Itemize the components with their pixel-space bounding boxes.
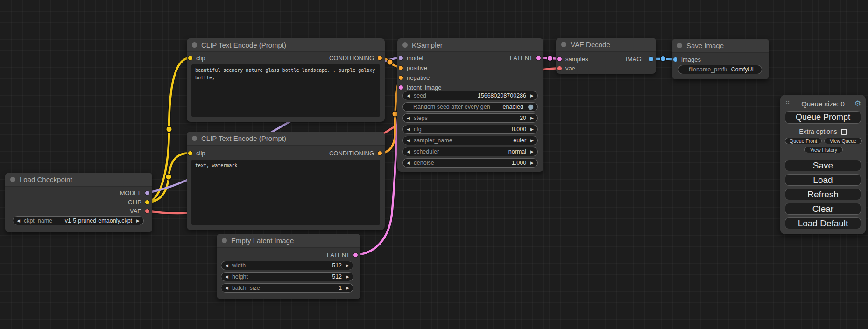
increment-arrow-icon[interactable]: ▶	[346, 286, 349, 290]
extra-options-checkbox[interactable]	[841, 129, 847, 135]
width-widget[interactable]: ◀ width 512 ▶	[221, 261, 353, 270]
clip-port-icon[interactable]	[188, 151, 193, 156]
vae-port-icon[interactable]	[557, 66, 562, 71]
increment-arrow-icon[interactable]: ▶	[530, 161, 534, 165]
decrement-arrow-icon[interactable]: ◀	[407, 150, 410, 154]
decrement-arrow-icon[interactable]: ◀	[407, 94, 410, 98]
collapse-dot-icon[interactable]	[192, 42, 197, 48]
link-dot[interactable]	[387, 59, 393, 65]
link-dot[interactable]	[166, 126, 172, 133]
denoise-widget[interactable]: ◀ denoise 1.000 ▶	[402, 158, 538, 168]
scheduler-widget[interactable]: ◀ scheduler normal ▶	[402, 147, 538, 156]
height-widget[interactable]: ◀ height 512 ▶	[221, 272, 353, 281]
node-graph-canvas[interactable]: Load Checkpoint MODEL CLIP VAE ◀ ckpt_na…	[0, 0, 868, 329]
latent-port-icon[interactable]	[536, 56, 541, 61]
output-vae[interactable]: VAE	[130, 206, 150, 216]
increment-arrow-icon[interactable]: ▶	[530, 116, 534, 120]
input-clip[interactable]: clip	[188, 53, 205, 63]
output-latent[interactable]: LATENT	[327, 250, 358, 259]
view-history-button[interactable]: View History	[804, 147, 843, 153]
clear-button[interactable]: Clear	[785, 203, 861, 215]
collapse-dot-icon[interactable]	[402, 42, 408, 48]
node-vae-decode[interactable]: VAE Decode samples vae IMAGE	[556, 38, 656, 74]
node-empty-latent-image[interactable]: Empty Latent Image LATENT ◀ width 512 ▶ …	[217, 234, 360, 299]
increment-arrow-icon[interactable]: ▶	[530, 127, 534, 132]
clip-port-icon[interactable]	[188, 56, 193, 61]
output-clip[interactable]: CLIP	[128, 197, 150, 207]
decrement-arrow-icon[interactable]: ◀	[407, 127, 410, 132]
latent-port-icon[interactable]	[557, 56, 562, 62]
decrement-arrow-icon[interactable]: ◀	[407, 116, 410, 120]
refresh-button[interactable]: Refresh	[785, 189, 861, 200]
decrement-arrow-icon[interactable]: ◀	[225, 275, 228, 279]
decrement-arrow-icon[interactable]: ◀	[407, 139, 410, 143]
link-dot[interactable]	[166, 174, 172, 180]
queue-front-button[interactable]: Queue Front	[785, 138, 822, 144]
collapse-dot-icon[interactable]	[222, 238, 227, 243]
filename-prefix-widget[interactable]: filename_prefix ComfyUI	[678, 65, 762, 74]
input-latent-image[interactable]: latent_image	[398, 83, 441, 92]
clip-port-icon[interactable]	[145, 200, 150, 205]
steps-widget[interactable]: ◀ steps 20 ▶	[402, 113, 538, 123]
random-seed-widget[interactable]: Random seed after every gen enabled	[402, 102, 538, 112]
output-model[interactable]: MODEL	[120, 188, 150, 197]
node-ksampler[interactable]: KSampler model positive negative latent_…	[397, 38, 543, 172]
latent-port-icon[interactable]	[398, 85, 403, 90]
node-clip-text-encode-negative[interactable]: CLIP Text Encode (Prompt) clip CONDITION…	[187, 132, 385, 230]
model-port-icon[interactable]	[145, 190, 150, 196]
view-queue-button[interactable]: View Queue	[824, 138, 862, 144]
decrement-arrow-icon[interactable]: ◀	[225, 264, 228, 268]
increment-arrow-icon[interactable]: ▶	[530, 94, 534, 98]
output-image[interactable]: IMAGE	[626, 54, 654, 63]
decrement-arrow-icon[interactable]: ◀	[407, 161, 410, 165]
batch-size-widget[interactable]: ◀ batch_size 1 ▶	[221, 283, 353, 293]
positive-prompt-textarea[interactable]: beautiful scenery nature glass bottle la…	[191, 64, 380, 117]
negative-prompt-textarea[interactable]: text, watermark	[191, 160, 380, 225]
node-clip-text-encode-positive[interactable]: CLIP Text Encode (Prompt) clip CONDITION…	[187, 38, 385, 122]
image-port-icon[interactable]	[673, 57, 678, 62]
node-load-checkpoint[interactable]: Load Checkpoint MODEL CLIP VAE ◀ ckpt_na…	[5, 173, 152, 232]
conditioning-port-icon[interactable]	[377, 151, 382, 156]
model-port-icon[interactable]	[398, 56, 403, 61]
seed-widget[interactable]: ◀ seed 156680208700286 ▶	[402, 91, 538, 100]
increment-arrow-icon[interactable]: ▶	[530, 150, 534, 154]
increment-arrow-icon[interactable]: ▶	[346, 264, 349, 268]
input-model[interactable]: model	[398, 53, 423, 63]
input-clip[interactable]: clip	[188, 148, 205, 158]
decrement-arrow-icon[interactable]: ◀	[225, 286, 228, 290]
output-conditioning[interactable]: CONDITIONING	[329, 148, 382, 158]
conditioning-port-icon[interactable]	[398, 75, 403, 80]
input-images[interactable]: images	[673, 55, 701, 64]
ckpt-name-widget[interactable]: ◀ ckpt_name v1-5-pruned-emaonly.ckpt ▶	[13, 216, 144, 225]
collapse-dot-icon[interactable]	[561, 42, 566, 47]
input-samples[interactable]: samples	[557, 54, 588, 63]
node-save-image[interactable]: Save Image images filename_prefix ComfyU…	[672, 39, 769, 79]
link-dot[interactable]	[660, 56, 666, 62]
collapse-dot-icon[interactable]	[10, 177, 15, 182]
save-button[interactable]: Save	[785, 160, 861, 171]
link-dot[interactable]	[547, 56, 553, 61]
decrement-arrow-icon[interactable]: ◀	[17, 219, 20, 223]
settings-gear-icon[interactable]: ⚙	[854, 100, 861, 107]
random-seed-toggle-icon[interactable]	[528, 104, 534, 110]
cfg-widget[interactable]: ◀ cfg 8.000 ▶	[402, 125, 538, 134]
input-vae[interactable]: vae	[557, 63, 575, 73]
image-port-icon[interactable]	[649, 56, 654, 62]
increment-arrow-icon[interactable]: ▶	[346, 275, 349, 279]
queue-prompt-button[interactable]: Queue Prompt	[785, 111, 861, 124]
load-button[interactable]: Load	[785, 174, 861, 186]
input-negative[interactable]: negative	[398, 73, 430, 82]
increment-arrow-icon[interactable]: ▶	[530, 139, 534, 143]
vae-port-icon[interactable]	[145, 209, 150, 214]
conditioning-port-icon[interactable]	[377, 56, 382, 61]
conditioning-port-icon[interactable]	[398, 65, 403, 70]
latent-port-icon[interactable]	[353, 252, 358, 258]
output-latent[interactable]: LATENT	[510, 53, 541, 63]
output-conditioning[interactable]: CONDITIONING	[329, 53, 382, 63]
collapse-dot-icon[interactable]	[192, 136, 197, 141]
sampler-name-widget[interactable]: ◀ sampler_name euler ▶	[402, 136, 538, 145]
drag-handle-icon[interactable]: ⠿	[785, 100, 790, 107]
load-default-button[interactable]: Load Default	[785, 217, 861, 229]
increment-arrow-icon[interactable]: ▶	[136, 219, 140, 223]
input-positive[interactable]: positive	[398, 63, 427, 72]
